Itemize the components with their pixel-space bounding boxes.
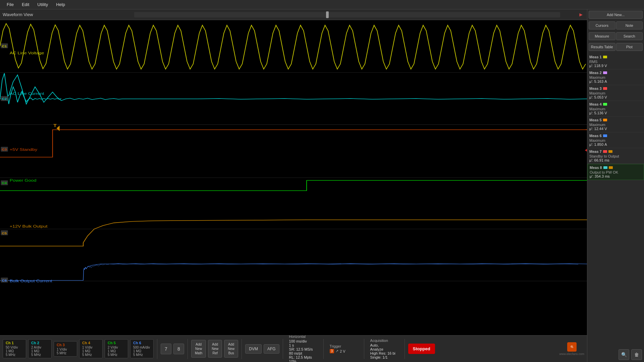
measurements-list: Meas 1 RMS μ': 118.9 V Meas 2 Maximum μ'… bbox=[587, 54, 644, 180]
meas-5[interactable]: Meas 5 Maximum μ': 12.44 V bbox=[587, 117, 644, 132]
meas-6[interactable]: Meas 6 Maximum μ': 1.850 A bbox=[587, 132, 644, 148]
meas-6-label: Meas 6 bbox=[589, 134, 602, 138]
measure-btn[interactable]: Measure bbox=[589, 32, 615, 40]
acquisition-res: High Res: 16 bi bbox=[370, 351, 398, 355]
right-panel: Add New... Cursors Note Measure Search R… bbox=[587, 9, 644, 362]
watermark-text: www.elecfans.com bbox=[559, 352, 584, 356]
meas-2[interactable]: Meas 2 Maximum μ': 5.163 A bbox=[587, 69, 644, 85]
add-math-btn[interactable]: AddNewMath bbox=[191, 340, 206, 358]
stopped-button[interactable]: Stopped bbox=[408, 344, 435, 354]
results-table-btn[interactable]: Results Table bbox=[589, 43, 615, 51]
afg-btn[interactable]: AFG bbox=[264, 344, 279, 354]
trash-icon[interactable]: 🗑 bbox=[631, 349, 642, 360]
ch2-bw: 5 MHz bbox=[31, 353, 49, 357]
acquisition-title: Acquisition bbox=[370, 339, 398, 343]
acquisition-analyze: Analyze bbox=[370, 347, 398, 351]
note-btn[interactable]: Note bbox=[616, 21, 643, 29]
meas-8-color-dot2 bbox=[609, 166, 613, 169]
ch2-info[interactable]: Ch 2 2 A/div 1 MΩ 5 MHz bbox=[28, 339, 52, 358]
ch1-bw: 5 MHz bbox=[6, 353, 23, 357]
meas-7-type: Standby to Output bbox=[589, 154, 642, 158]
dvm-btn[interactable]: DVM bbox=[245, 344, 262, 354]
ch3-bw: 5 MHz bbox=[57, 351, 74, 355]
bottom-right-icons: 🔍 🗑 bbox=[587, 347, 644, 362]
meas-8-label: Meas 8 bbox=[590, 166, 602, 170]
separator-3 bbox=[241, 339, 242, 359]
svg-text:C6: C6 bbox=[2, 279, 7, 282]
ch2-name: Ch 2 bbox=[31, 341, 49, 345]
trigger-ch: 3 bbox=[330, 349, 334, 353]
meas-2-type: Maximum bbox=[589, 75, 642, 79]
separator-2 bbox=[187, 339, 188, 359]
meas-8-type: Output to PW OK bbox=[590, 170, 642, 174]
ch2-imp: 1 MΩ bbox=[31, 349, 49, 353]
svg-text:C5: C5 bbox=[2, 231, 7, 235]
separator-4 bbox=[283, 339, 283, 359]
horizontal-nspt: 80 ns/pt bbox=[289, 351, 317, 355]
waveform-canvas[interactable]: T C1 AC bbox=[0, 20, 587, 335]
add-ref-btn[interactable]: AddNewRef bbox=[208, 340, 222, 358]
waveform-header: Waveform View ► bbox=[0, 9, 587, 20]
meas-7-label: Meas 7 bbox=[589, 149, 602, 154]
ch6-imp: 1 MΩ bbox=[133, 349, 151, 353]
meas-5-type: Maximum bbox=[589, 123, 642, 127]
meas-4[interactable]: Meas 4 Maximum μ': 5.136 V bbox=[587, 101, 644, 117]
ch3-info[interactable]: Ch 3 1 V/div 5 MHz bbox=[54, 341, 77, 357]
ch6-info[interactable]: Ch 6 500 mA/div 1 MΩ 5 MHz bbox=[130, 339, 154, 358]
ch3-name: Ch 3 bbox=[57, 343, 74, 347]
meas-7-value: μ': 66.91 ms bbox=[589, 158, 642, 162]
meas-7-color-dot bbox=[603, 150, 607, 153]
menu-utility[interactable]: Utility bbox=[33, 1, 52, 8]
results-plot-row: Results Table Plot bbox=[587, 42, 644, 52]
meas-3-color-dot bbox=[603, 87, 607, 90]
ch5-info[interactable]: Ch 5 2 V/div 1 MΩ 5 MHz bbox=[105, 339, 128, 358]
num-btn-8[interactable]: 8 bbox=[173, 344, 184, 354]
ch5-vdiv: 2 V/div bbox=[108, 346, 125, 349]
svg-text:C2: C2 bbox=[2, 97, 7, 100]
add-bus-btn[interactable]: AddNewBus bbox=[224, 340, 238, 358]
meas-1-type: RMS bbox=[589, 60, 642, 64]
meas-7[interactable]: Meas 7 Standby to Output μ': 66.91 ms bbox=[587, 148, 644, 164]
meas-1-value: μ': 118.9 V bbox=[589, 64, 642, 68]
horizontal-info[interactable]: Horizontal 100 ms/div 1 s SR: 12.5 MS/s … bbox=[286, 333, 320, 362]
meas-3-label: Meas 3 bbox=[589, 86, 602, 90]
ch6-vdiv: 500 mA/div bbox=[133, 346, 151, 349]
meas-1-color-dot bbox=[603, 56, 607, 58]
meas-1[interactable]: Meas 1 RMS μ': 118.9 V bbox=[587, 54, 644, 69]
menu-edit[interactable]: Edit bbox=[18, 1, 33, 8]
search-zoom-icon[interactable]: 🔍 bbox=[619, 349, 629, 360]
ch1-info[interactable]: Ch 1 50 V/div 1 MΩ 5 MHz bbox=[3, 339, 26, 358]
time-bar[interactable] bbox=[134, 12, 560, 17]
meas-4-label: Meas 4 bbox=[589, 102, 602, 106]
svg-text:+12V Bulk Output: +12V Bulk Output bbox=[10, 224, 48, 229]
waveform-title: Waveform View bbox=[3, 12, 33, 17]
ch1-imp: 1 MΩ bbox=[6, 349, 23, 353]
meas-6-value: μ': 1.850 A bbox=[589, 142, 642, 146]
search-btn[interactable]: Search bbox=[616, 32, 643, 40]
ch4-info[interactable]: Ch 4 1 V/div 1 MΩ 5 MHz bbox=[79, 339, 103, 358]
trigger-title: Trigger bbox=[330, 344, 358, 348]
svg-text:C3: C3 bbox=[2, 148, 7, 151]
plot-btn[interactable]: Plot bbox=[616, 43, 643, 51]
meas-1-label: Meas 1 bbox=[589, 55, 602, 59]
time-handle[interactable] bbox=[326, 11, 329, 18]
num-btn-7[interactable]: 7 bbox=[161, 344, 171, 354]
meas-8[interactable]: Meas 8 Output to PW OK μ': 354.3 ms bbox=[587, 164, 644, 180]
horizontal-rl: RL: 12.5 Mpts bbox=[289, 355, 317, 359]
menu-file[interactable]: File bbox=[3, 1, 18, 8]
meas-5-value: μ': 12.44 V bbox=[589, 127, 642, 131]
horizontal-sr: SR: 12.5 MS/s bbox=[289, 347, 317, 351]
trigger-icon: ↗ bbox=[335, 349, 338, 353]
ch6-bw: 5 MHz bbox=[133, 353, 151, 357]
meas-6-color-dot bbox=[603, 134, 607, 137]
meas-4-type: Maximum bbox=[589, 107, 642, 111]
menu-help[interactable]: Help bbox=[52, 1, 69, 8]
meas-5-label: Meas 5 bbox=[589, 118, 602, 122]
acquisition-info[interactable]: Acquisition Auto, Analyze High Res: 16 b… bbox=[368, 337, 401, 361]
meas-3[interactable]: Meas 3 Maximum μ': 5.053 V bbox=[587, 85, 644, 101]
meas-7-color-dot2 bbox=[608, 150, 612, 153]
meas-8-value: μ': 354.3 ms bbox=[590, 174, 642, 178]
trigger-info[interactable]: Trigger 3 ↗ 2 V bbox=[327, 343, 361, 355]
add-new-btn[interactable]: Add New... bbox=[589, 11, 643, 19]
cursors-btn[interactable]: Cursors bbox=[589, 21, 615, 29]
